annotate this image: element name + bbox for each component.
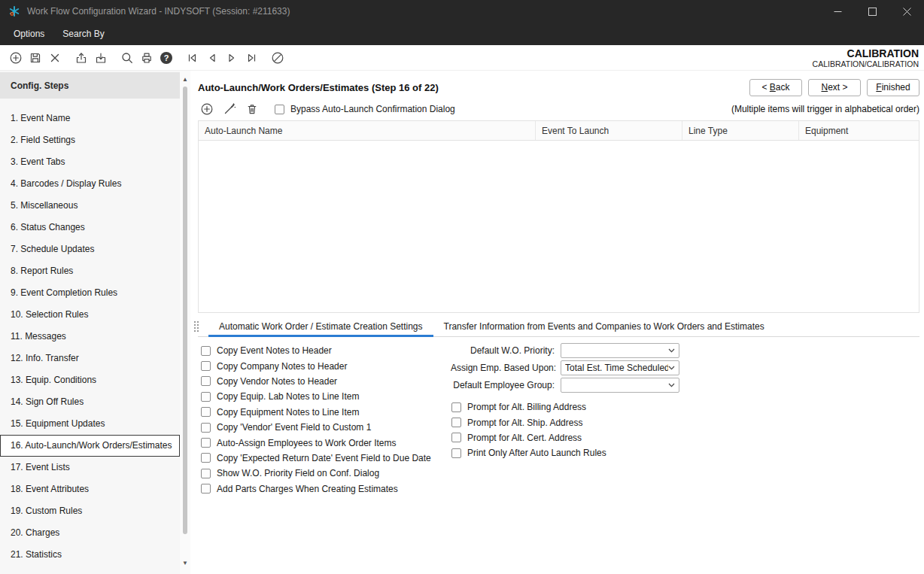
auto-launch-grid: Auto-Launch NameEvent To LaunchLine Type… [198,120,919,313]
sidebar-item-21-statistics[interactable]: 21. Statistics [0,544,180,566]
chevron-down-icon [668,383,675,387]
sidebar-item-9-event-completion-rules[interactable]: 9. Event Completion Rules [0,282,180,304]
back-button[interactable]: < Back [749,79,802,96]
search-button[interactable] [117,48,137,68]
checkbox-print-only-after-auto-launch-rules[interactable]: Print Only After Auto Launch Rules [451,445,679,460]
checkbox-box[interactable] [201,469,211,478]
help-button[interactable]: ? [157,48,176,68]
checkbox-box[interactable] [201,453,211,463]
menubar: Options Search By [0,23,924,45]
import-button[interactable] [91,48,111,68]
scroll-down-icon[interactable]: ▼ [180,558,190,569]
field-label: Default W.O. Priority: [451,345,555,356]
sidebar-item-6-status-changes[interactable]: 6. Status Changes [0,217,180,238]
print-button[interactable] [137,48,157,68]
checkbox-copy-equipment-notes-to-line-item[interactable]: Copy Equipment Notes to Line Item [201,405,442,420]
sidebar-item-13-equip-conditions[interactable]: 13. Equip. Conditions [0,369,180,391]
menu-options[interactable]: Options [14,29,44,39]
delete-button[interactable] [45,48,65,68]
sidebar-item-20-charges[interactable]: 20. Charges [0,522,180,544]
previous-record-button[interactable] [202,48,222,68]
checkbox-copy-event-notes-to-header[interactable]: Copy Event Notes to Header [201,343,442,358]
next-record-button[interactable] [222,48,242,68]
checkbox-box[interactable] [275,105,284,114]
menu-search-by[interactable]: Search By [62,29,104,39]
sidebar-item-10-selection-rules[interactable]: 10. Selection Rules [0,304,180,326]
save-button[interactable] [26,48,45,68]
checkbox-box[interactable] [451,433,461,442]
sidebar-scrollbar[interactable]: ▲ ▼ [180,71,190,574]
previous-record-icon [205,51,219,65]
sidebar-item-1-event-name[interactable]: 1. Event Name [0,108,180,129]
checkbox-box[interactable] [201,438,211,448]
checkbox-box[interactable] [451,402,461,412]
checkbox-copy-expected-return-date-event-field-to-due-dat[interactable]: Copy 'Expected Return Date' Event Field … [201,451,442,466]
splitter-handle[interactable] [193,320,199,333]
sidebar-item-15-equipment-updates[interactable]: 15. Equipment Updates [0,413,180,435]
app-body: Config. Steps 1. Event Name2. Field Sett… [0,71,924,574]
scroll-up-icon[interactable]: ▲ [180,74,190,85]
next-button[interactable]: Next > [808,79,861,96]
last-record-icon [245,51,258,65]
checkbox-box[interactable] [201,361,211,371]
checkbox-auto-assign-employees-to-work-order-items[interactable]: Auto-Assign Employees to Work Order Item… [201,435,442,450]
checkbox-box[interactable] [201,407,211,417]
last-record-button[interactable] [242,48,261,68]
sidebar-item-3-event-tabs[interactable]: 3. Event Tabs [0,151,180,173]
checkbox-box[interactable] [201,423,211,433]
checkbox-box[interactable] [451,418,461,427]
app-window: Work Flow Configuration Wizard - INDYSOF… [0,0,924,574]
first-record-button[interactable] [183,48,202,68]
checkbox-copy-vendor-notes-to-header[interactable]: Copy Vendor Notes to Header [201,374,442,389]
sidebar-item-12-info-transfer[interactable]: 12. Info. Transfer [0,348,180,369]
column-header-event-to-launch[interactable]: Event To Launch [536,121,682,140]
finished-button[interactable]: Finished [867,79,919,96]
help-icon: ? [160,52,172,64]
dropdown-default-w-o-priority[interactable] [561,343,679,358]
sidebar-item-17-event-lists[interactable]: 17. Event Lists [0,457,180,478]
sidebar-item-19-custom-rules[interactable]: 19. Custom Rules [0,500,180,522]
checkbox-copy-vendor-event-field-to-custom-1[interactable]: Copy 'Vendor' Event Field to Custom 1 [201,420,442,435]
sidebar-item-16-auto-launch-work-orders-estimates[interactable]: 16. Auto-Launch/Work Orders/Estimates [0,435,180,457]
checkbox-copy-company-notes-to-header[interactable]: Copy Company Notes to Header [201,358,442,373]
checkbox-prompt-for-alt-billing-address[interactable]: Prompt for Alt. Billing Address [451,399,679,415]
sidebar-item-14-sign-off-rules[interactable]: 14. Sign Off Rules [0,391,180,413]
sidebar-item-5-miscellaneous[interactable]: 5. Miscellaneous [0,195,180,217]
checkbox-copy-equip-lab-notes-to-line-item[interactable]: Copy Equip. Lab Notes to Line Item [201,389,442,404]
checkbox-prompt-for-alt-ship-address[interactable]: Prompt for Alt. Ship. Address [451,415,679,430]
sidebar-item-4-barcodes-display-rules[interactable]: 4. Barcodes / Display Rules [0,173,180,195]
checkbox-show-w-o-priority-field-on-conf-dialog[interactable]: Show W.O. Priority Field on Conf. Dialog [201,466,442,481]
column-header-auto-launch-name[interactable]: Auto-Launch Name [199,121,536,140]
column-header-line-type[interactable]: Line Type [682,121,799,140]
delete-auto-launch-button[interactable] [243,100,261,118]
close-button[interactable] [889,0,924,23]
checkbox-box[interactable] [451,448,461,458]
checkbox-box[interactable] [201,376,211,386]
brand-block: CALIBRATION CALIBRATION/CALIBRATION [813,47,919,68]
checkbox-prompt-for-alt-cert-address[interactable]: Prompt for Alt. Cert. Address [451,430,679,445]
checkbox-box[interactable] [201,484,211,494]
sidebar-item-8-report-rules[interactable]: 8. Report Rules [0,260,180,282]
maximize-button[interactable] [855,0,889,23]
scrollbar-thumb[interactable] [183,87,187,534]
export-button[interactable] [71,48,91,68]
checkbox-add-parts-charges-when-creating-estimates[interactable]: Add Parts Charges When Creating Estimate… [201,481,442,497]
minimize-button[interactable] [820,0,855,23]
sidebar-item-2-field-settings[interactable]: 2. Field Settings [0,129,180,151]
sidebar-item-18-event-attributes[interactable]: 18. Event Attributes [0,478,180,500]
dropdown-assign-emp-based-upon[interactable]: Total Est. Time Scheduled [561,360,679,375]
add-auto-launch-button[interactable] [198,100,216,118]
tab-automatic-work-order-estimate-creation-settings[interactable]: Automatic Work Order / Estimate Creation… [208,317,433,336]
column-header-equipment[interactable]: Equipment [799,121,919,140]
bypass-confirmation-checkbox[interactable]: Bypass Auto-Launch Confirmation Dialog [275,104,455,114]
sidebar-item-7-schedule-updates[interactable]: 7. Schedule Updates [0,238,180,260]
creation-settings-checkboxes: Copy Event Notes to HeaderCopy Company N… [201,343,442,497]
void-button[interactable] [268,48,287,68]
dropdown-default-employee-group[interactable] [561,378,679,393]
add-button[interactable] [6,48,26,68]
sidebar-item-11-messages[interactable]: 11. Messages [0,326,180,348]
tab-transfer-information-from-events-and-companies-t[interactable]: Transfer Information from Events and Com… [433,317,775,336]
edit-auto-launch-button[interactable] [220,100,239,118]
checkbox-box[interactable] [201,346,211,356]
checkbox-box[interactable] [201,392,211,402]
